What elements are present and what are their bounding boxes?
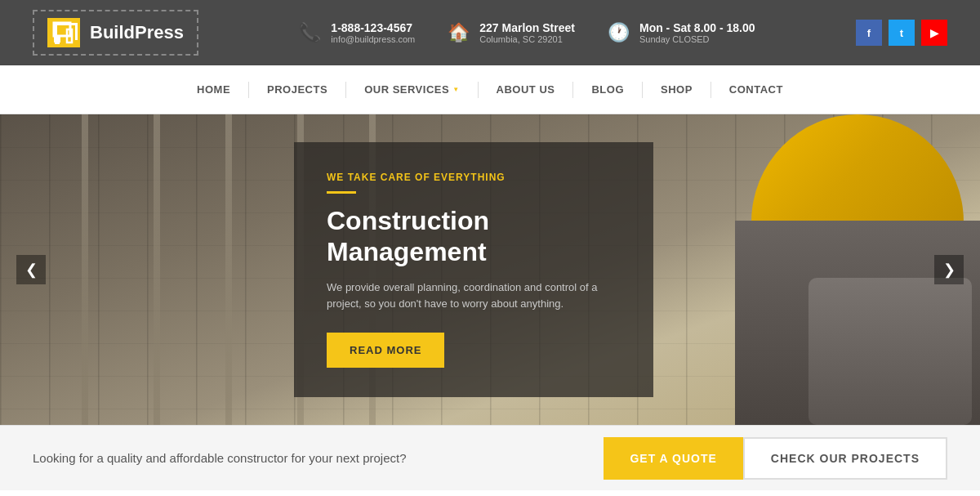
hero-subtitle-line xyxy=(327,191,356,194)
nav-item-contact[interactable]: CONTACT xyxy=(711,69,801,110)
bottom-bar: Looking for a quality and affordable con… xyxy=(0,425,980,490)
nav-link-services[interactable]: OUR SERVICES ▼ xyxy=(346,69,477,110)
bottom-actions: GET A QUOTE CHECK OUR PROJECTS xyxy=(604,437,947,480)
nav-link-home[interactable]: HOME xyxy=(179,69,248,110)
hours-info: 🕐 Mon - Sat 8.00 - 18.00 Sunday CLOSED xyxy=(608,21,755,44)
hero-title: Construction Management xyxy=(327,205,621,268)
phone-number: 1-888-123-4567 xyxy=(331,21,415,34)
hero-description: We provide overall planning, coordinatio… xyxy=(327,279,621,314)
logo-icon xyxy=(47,18,80,47)
svg-rect-1 xyxy=(54,23,70,36)
facebook-icon: f xyxy=(867,27,871,39)
main-nav: HOME PROJECTS OUR SERVICES ▼ ABOUT US BL… xyxy=(0,65,980,114)
nav-item-projects[interactable]: PROJECTS xyxy=(249,69,345,110)
svg-rect-2 xyxy=(54,36,60,42)
email-address: info@buildpress.com xyxy=(331,34,415,44)
logo-area: BuildPress xyxy=(33,10,198,56)
hero-content-box: WE TAKE CARE OF EVERYTHING Construction … xyxy=(294,142,653,397)
hero-prev-button[interactable]: ❮ xyxy=(16,255,46,284)
nav-item-shop[interactable]: SHOP xyxy=(643,69,710,110)
hours-line1: Mon - Sat 8.00 - 18.00 xyxy=(639,21,755,34)
youtube-icon: ▶ xyxy=(930,27,938,39)
contact-info: 📞 1-888-123-4567 info@buildpress.com 🏠 2… xyxy=(299,21,755,44)
phone-icon: 📞 xyxy=(299,22,321,43)
dropdown-arrow-icon: ▼ xyxy=(452,86,459,93)
hero-section: ❮ ❯ WE TAKE CARE OF EVERYTHING Construct… xyxy=(0,114,980,425)
nav-item-blog[interactable]: BLOG xyxy=(573,69,642,110)
hero-subtitle: WE TAKE CARE OF EVERYTHING xyxy=(327,172,621,183)
clock-icon: 🕐 xyxy=(608,22,630,43)
twitter-icon: t xyxy=(900,27,903,39)
address-line1: 227 Marlon Street xyxy=(479,21,575,34)
top-bar: BuildPress 📞 1-888-123-4567 info@buildpr… xyxy=(0,0,980,65)
nav-list: HOME PROJECTS OUR SERVICES ▼ ABOUT US BL… xyxy=(179,69,801,110)
nav-item-services[interactable]: OUR SERVICES ▼ xyxy=(346,69,477,110)
social-icons: f t ▶ xyxy=(856,20,947,46)
chevron-right-icon: ❯ xyxy=(943,261,956,279)
nav-link-projects[interactable]: PROJECTS xyxy=(249,69,345,110)
get-quote-button[interactable]: GET A QUOTE xyxy=(604,437,742,480)
hero-next-button[interactable]: ❯ xyxy=(934,255,964,284)
bottom-bar-text: Looking for a quality and affordable con… xyxy=(33,451,407,465)
nav-link-contact[interactable]: CONTACT xyxy=(711,69,801,110)
hero-read-more-button[interactable]: READ MORE xyxy=(327,333,444,368)
address-info: 🏠 227 Marlon Street Columbia, SC 29201 xyxy=(448,21,575,44)
address-line2: Columbia, SC 29201 xyxy=(479,34,575,44)
chevron-left-icon: ❮ xyxy=(25,261,38,279)
hours-line2: Sunday CLOSED xyxy=(639,34,755,44)
twitter-button[interactable]: t xyxy=(889,20,915,46)
youtube-button[interactable]: ▶ xyxy=(921,20,947,46)
nav-link-blog[interactable]: BLOG xyxy=(573,69,642,110)
svg-rect-0 xyxy=(47,18,80,47)
phone-info: 📞 1-888-123-4567 info@buildpress.com xyxy=(299,21,415,44)
nav-item-about[interactable]: ABOUT US xyxy=(479,69,573,110)
address-icon: 🏠 xyxy=(448,22,470,43)
brand-name: BuildPress xyxy=(90,22,184,43)
nav-link-shop[interactable]: SHOP xyxy=(643,69,710,110)
facebook-button[interactable]: f xyxy=(856,20,882,46)
check-projects-button[interactable]: CHECK OUR PROJECTS xyxy=(743,437,947,480)
nav-link-about[interactable]: ABOUT US xyxy=(479,69,573,110)
nav-item-home[interactable]: HOME xyxy=(179,69,248,110)
